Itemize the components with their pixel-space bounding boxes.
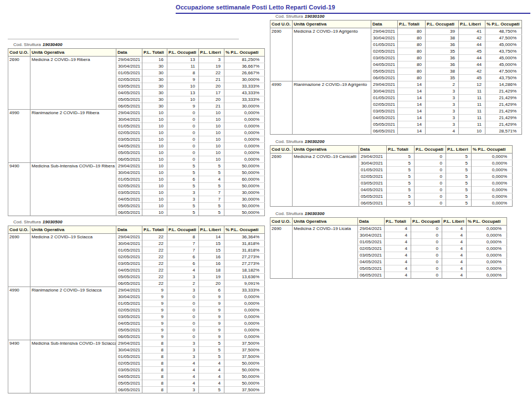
structure-code: 19030500 <box>43 219 63 224</box>
pl-liberi-cell: 7 <box>199 190 224 196</box>
date-cell: 03/05/2021 <box>116 314 142 320</box>
pl-totali-cell: 8 <box>142 354 167 360</box>
pct-occupati-cell: 0,000% <box>472 173 513 180</box>
pl-occupati-cell: 0 <box>415 180 446 187</box>
column-header: % P.L. Occupati <box>224 49 265 57</box>
column-header: Cod U.O. <box>270 21 293 28</box>
pl-liberi-cell: 5 <box>199 203 224 209</box>
column-header: Data <box>116 226 142 234</box>
left-column-top-rule <box>8 39 239 39</box>
date-cell: 06/05/2021 <box>116 209 142 216</box>
date-cell: 29/04/2021 <box>371 81 398 88</box>
column-header: P.L. Occupati <box>426 21 459 28</box>
header-row: Cod U.O.Unità OperativaDataP.L. TotaliP.… <box>8 226 265 234</box>
pl-liberi-cell: 44 <box>459 42 485 48</box>
header-row: Cod U.O.Unità OperativaDataP.L. TotaliP.… <box>270 146 513 154</box>
pct-occupati-cell: 0,000% <box>224 130 265 136</box>
cod-uo-cell: 2690 <box>270 154 293 207</box>
pl-liberi-cell: 9 <box>199 294 224 300</box>
pl-liberi-cell: 4 <box>199 367 224 374</box>
pl-occupati-cell: 4 <box>167 380 199 387</box>
column-header: P.L. Occupati <box>167 49 199 57</box>
date-cell: 04/05/2021 <box>371 115 398 121</box>
pl-liberi-cell: 16 <box>199 254 224 260</box>
pl-occupati-cell: 3 <box>426 115 459 121</box>
date-cell: 03/05/2021 <box>116 83 142 90</box>
date-cell: 02/05/2021 <box>359 173 387 180</box>
pct-occupati-cell: 0,000% <box>224 294 265 300</box>
pct-occupati-cell: 50,000% <box>224 203 265 209</box>
occupancy-table-19030500: Cod U.O.Unità OperativaDataP.L. TotaliP.… <box>8 226 265 393</box>
pl-liberi-cell: 10 <box>199 110 224 116</box>
pl-totali-cell: 8 <box>142 360 167 367</box>
pl-liberi-cell: 11 <box>459 108 485 115</box>
pl-totali-cell: 4 <box>385 232 411 239</box>
pct-occupati-cell: 30,000% <box>224 196 265 203</box>
unit-name-cell: Rianimazione 2 COVID–19 Agrigento <box>293 81 371 135</box>
unit-name-cell: Rianimazione 2 COVID–19 Ribera <box>30 110 116 163</box>
pl-occupati-cell: 0 <box>415 160 446 167</box>
column-header: P.L. Occupati <box>411 218 442 226</box>
pl-liberi-cell: 9 <box>199 327 224 334</box>
pct-occupati-cell: 33,333% <box>224 83 265 90</box>
unit-name-cell: Medicina 2 COVID–19 Agrigento <box>293 28 371 81</box>
table-row: 2690Medicina 2 COVID–19 Agrigento29/04/2… <box>270 28 522 35</box>
date-cell: 30/04/2021 <box>371 88 398 95</box>
pl-occupati-cell: 3 <box>426 88 459 95</box>
date-cell: 29/04/2021 <box>116 340 142 347</box>
pl-totali-cell: 30 <box>142 63 167 70</box>
pct-occupati-cell: 0,000% <box>224 150 265 156</box>
pl-liberi-cell: 4 <box>442 265 467 272</box>
cod-uo-cell: 2690 <box>270 28 293 81</box>
date-cell: 01/05/2021 <box>116 123 142 130</box>
pct-occupati-cell: 21,429% <box>485 88 522 95</box>
pl-liberi-cell: 11 <box>459 101 485 108</box>
pl-liberi-cell: 4 <box>199 374 224 380</box>
pct-occupati-cell: 0,000% <box>467 232 507 239</box>
pl-occupati-cell: 7 <box>167 241 199 247</box>
date-cell: 03/05/2021 <box>116 260 142 267</box>
pl-totali-cell: 4 <box>385 226 411 232</box>
page-title: Occupazione settimanale Posti Letto Repa… <box>176 4 335 11</box>
pl-liberi-cell: 3 <box>199 57 224 63</box>
pl-liberi-cell: 12 <box>459 81 485 88</box>
pl-occupati-cell: 0 <box>167 294 199 300</box>
pl-occupati-cell: 5 <box>167 203 199 209</box>
date-cell: 06/05/2021 <box>116 156 142 163</box>
pl-liberi-cell: 18 <box>199 267 224 274</box>
pl-occupati-cell: 0 <box>167 320 199 327</box>
pct-occupati-cell: 43,750% <box>485 48 522 55</box>
pl-totali-cell: 80 <box>398 48 426 55</box>
pct-occupati-cell: 50,000% <box>224 380 265 387</box>
pl-occupati-cell: 39 <box>426 28 459 35</box>
pl-liberi-cell: 5 <box>199 354 224 360</box>
pl-totali-cell: 22 <box>142 274 167 280</box>
date-cell: 30/04/2021 <box>116 170 142 176</box>
date-cell: 06/05/2021 <box>371 75 398 81</box>
date-cell: 02/05/2021 <box>116 307 142 314</box>
pl-totali-cell: 80 <box>398 55 426 62</box>
pl-occupati-cell: 0 <box>167 156 199 163</box>
column-header: P.L. Totali <box>398 21 426 28</box>
pl-liberi-cell: 10 <box>199 123 224 130</box>
pct-occupati-cell: 31,818% <box>224 247 265 254</box>
date-cell: 04/05/2021 <box>116 196 142 203</box>
pl-occupati-cell: 5 <box>167 163 199 170</box>
date-cell: 30/04/2021 <box>358 232 385 239</box>
pl-totali-cell: 30 <box>142 76 167 83</box>
pct-occupati-cell: 0,000% <box>224 327 265 334</box>
column-header: % P.L. Occupati <box>224 226 265 234</box>
pl-occupati-cell: 3 <box>167 274 199 280</box>
column-header: P.L. Occupati <box>415 146 446 154</box>
pct-occupati-cell: 45,000% <box>485 62 522 68</box>
pl-totali-cell: 5 <box>387 193 415 200</box>
date-cell: 29/04/2021 <box>116 287 142 294</box>
report-page: { "page": { "title": "Occupazione settim… <box>0 0 532 399</box>
pl-occupati-cell: 13 <box>167 57 199 63</box>
pl-totali-cell: 80 <box>398 68 426 75</box>
pl-totali-cell: 8 <box>142 380 167 387</box>
pl-occupati-cell: 6 <box>167 254 199 260</box>
right-column: Cod. Struttura19030100Cod U.O.Unità Oper… <box>270 12 526 283</box>
pl-totali-cell: 14 <box>398 88 426 95</box>
pl-occupati-cell: 0 <box>167 327 199 334</box>
